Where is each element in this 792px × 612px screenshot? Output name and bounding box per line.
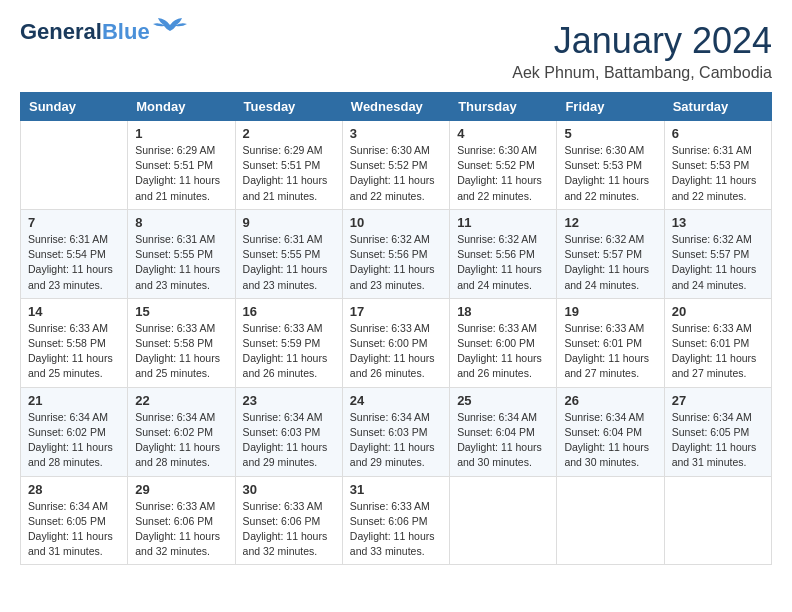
day-number: 5 — [564, 126, 656, 141]
logo-text: GeneralBlue — [20, 20, 150, 44]
day-number: 26 — [564, 393, 656, 408]
day-info: Sunrise: 6:32 AMSunset: 5:57 PMDaylight:… — [672, 232, 764, 293]
day-number: 11 — [457, 215, 549, 230]
calendar-cell: 16Sunrise: 6:33 AMSunset: 5:59 PMDayligh… — [235, 298, 342, 387]
day-number: 31 — [350, 482, 442, 497]
calendar-cell: 4Sunrise: 6:30 AMSunset: 5:52 PMDaylight… — [450, 121, 557, 210]
logo: GeneralBlue — [20, 20, 188, 44]
calendar-cell: 18Sunrise: 6:33 AMSunset: 6:00 PMDayligh… — [450, 298, 557, 387]
day-info: Sunrise: 6:34 AMSunset: 6:05 PMDaylight:… — [672, 410, 764, 471]
calendar-cell: 13Sunrise: 6:32 AMSunset: 5:57 PMDayligh… — [664, 209, 771, 298]
day-number: 8 — [135, 215, 227, 230]
day-info: Sunrise: 6:33 AMSunset: 6:01 PMDaylight:… — [672, 321, 764, 382]
weekday-header-row: SundayMondayTuesdayWednesdayThursdayFrid… — [21, 93, 772, 121]
day-number: 4 — [457, 126, 549, 141]
day-info: Sunrise: 6:32 AMSunset: 5:57 PMDaylight:… — [564, 232, 656, 293]
day-number: 10 — [350, 215, 442, 230]
day-info: Sunrise: 6:30 AMSunset: 5:52 PMDaylight:… — [457, 143, 549, 204]
day-number: 28 — [28, 482, 120, 497]
day-number: 23 — [243, 393, 335, 408]
day-number: 1 — [135, 126, 227, 141]
day-info: Sunrise: 6:34 AMSunset: 6:05 PMDaylight:… — [28, 499, 120, 560]
day-number: 27 — [672, 393, 764, 408]
day-number: 3 — [350, 126, 442, 141]
day-info: Sunrise: 6:33 AMSunset: 6:06 PMDaylight:… — [243, 499, 335, 560]
weekday-header-wednesday: Wednesday — [342, 93, 449, 121]
calendar-cell: 9Sunrise: 6:31 AMSunset: 5:55 PMDaylight… — [235, 209, 342, 298]
day-number: 20 — [672, 304, 764, 319]
calendar-cell: 26Sunrise: 6:34 AMSunset: 6:04 PMDayligh… — [557, 387, 664, 476]
calendar-cell: 10Sunrise: 6:32 AMSunset: 5:56 PMDayligh… — [342, 209, 449, 298]
calendar-week-row: 21Sunrise: 6:34 AMSunset: 6:02 PMDayligh… — [21, 387, 772, 476]
logo-bird-icon — [152, 17, 188, 39]
calendar-week-row: 14Sunrise: 6:33 AMSunset: 5:58 PMDayligh… — [21, 298, 772, 387]
calendar-cell: 15Sunrise: 6:33 AMSunset: 5:58 PMDayligh… — [128, 298, 235, 387]
day-number: 25 — [457, 393, 549, 408]
day-info: Sunrise: 6:33 AMSunset: 6:00 PMDaylight:… — [457, 321, 549, 382]
calendar-week-row: 7Sunrise: 6:31 AMSunset: 5:54 PMDaylight… — [21, 209, 772, 298]
day-info: Sunrise: 6:33 AMSunset: 5:59 PMDaylight:… — [243, 321, 335, 382]
calendar-cell: 20Sunrise: 6:33 AMSunset: 6:01 PMDayligh… — [664, 298, 771, 387]
weekday-header-saturday: Saturday — [664, 93, 771, 121]
calendar-cell: 11Sunrise: 6:32 AMSunset: 5:56 PMDayligh… — [450, 209, 557, 298]
day-info: Sunrise: 6:34 AMSunset: 6:03 PMDaylight:… — [243, 410, 335, 471]
day-number: 18 — [457, 304, 549, 319]
day-number: 22 — [135, 393, 227, 408]
day-info: Sunrise: 6:34 AMSunset: 6:04 PMDaylight:… — [564, 410, 656, 471]
day-info: Sunrise: 6:31 AMSunset: 5:54 PMDaylight:… — [28, 232, 120, 293]
calendar-cell: 3Sunrise: 6:30 AMSunset: 5:52 PMDaylight… — [342, 121, 449, 210]
weekday-header-thursday: Thursday — [450, 93, 557, 121]
day-number: 30 — [243, 482, 335, 497]
day-info: Sunrise: 6:31 AMSunset: 5:55 PMDaylight:… — [243, 232, 335, 293]
calendar-cell: 8Sunrise: 6:31 AMSunset: 5:55 PMDaylight… — [128, 209, 235, 298]
calendar-cell: 29Sunrise: 6:33 AMSunset: 6:06 PMDayligh… — [128, 476, 235, 565]
day-number: 6 — [672, 126, 764, 141]
calendar-cell: 23Sunrise: 6:34 AMSunset: 6:03 PMDayligh… — [235, 387, 342, 476]
calendar-cell — [21, 121, 128, 210]
day-info: Sunrise: 6:31 AMSunset: 5:53 PMDaylight:… — [672, 143, 764, 204]
day-info: Sunrise: 6:33 AMSunset: 6:01 PMDaylight:… — [564, 321, 656, 382]
calendar-cell: 27Sunrise: 6:34 AMSunset: 6:05 PMDayligh… — [664, 387, 771, 476]
calendar-cell: 2Sunrise: 6:29 AMSunset: 5:51 PMDaylight… — [235, 121, 342, 210]
calendar-cell: 12Sunrise: 6:32 AMSunset: 5:57 PMDayligh… — [557, 209, 664, 298]
day-number: 12 — [564, 215, 656, 230]
day-number: 24 — [350, 393, 442, 408]
day-number: 14 — [28, 304, 120, 319]
calendar-cell: 21Sunrise: 6:34 AMSunset: 6:02 PMDayligh… — [21, 387, 128, 476]
day-info: Sunrise: 6:33 AMSunset: 6:00 PMDaylight:… — [350, 321, 442, 382]
day-info: Sunrise: 6:34 AMSunset: 6:04 PMDaylight:… — [457, 410, 549, 471]
weekday-header-friday: Friday — [557, 93, 664, 121]
day-info: Sunrise: 6:30 AMSunset: 5:52 PMDaylight:… — [350, 143, 442, 204]
calendar-cell: 25Sunrise: 6:34 AMSunset: 6:04 PMDayligh… — [450, 387, 557, 476]
day-number: 15 — [135, 304, 227, 319]
weekday-header-monday: Monday — [128, 93, 235, 121]
calendar-cell: 7Sunrise: 6:31 AMSunset: 5:54 PMDaylight… — [21, 209, 128, 298]
day-number: 16 — [243, 304, 335, 319]
calendar-week-row: 1Sunrise: 6:29 AMSunset: 5:51 PMDaylight… — [21, 121, 772, 210]
day-number: 21 — [28, 393, 120, 408]
calendar-subtitle: Aek Phnum, Battambang, Cambodia — [512, 64, 772, 82]
day-info: Sunrise: 6:31 AMSunset: 5:55 PMDaylight:… — [135, 232, 227, 293]
calendar-title: January 2024 — [512, 20, 772, 62]
calendar-table: SundayMondayTuesdayWednesdayThursdayFrid… — [20, 92, 772, 565]
calendar-cell: 14Sunrise: 6:33 AMSunset: 5:58 PMDayligh… — [21, 298, 128, 387]
calendar-cell: 22Sunrise: 6:34 AMSunset: 6:02 PMDayligh… — [128, 387, 235, 476]
day-info: Sunrise: 6:29 AMSunset: 5:51 PMDaylight:… — [243, 143, 335, 204]
day-info: Sunrise: 6:33 AMSunset: 6:06 PMDaylight:… — [135, 499, 227, 560]
day-number: 29 — [135, 482, 227, 497]
calendar-cell: 30Sunrise: 6:33 AMSunset: 6:06 PMDayligh… — [235, 476, 342, 565]
day-info: Sunrise: 6:33 AMSunset: 5:58 PMDaylight:… — [135, 321, 227, 382]
day-info: Sunrise: 6:33 AMSunset: 6:06 PMDaylight:… — [350, 499, 442, 560]
day-info: Sunrise: 6:34 AMSunset: 6:02 PMDaylight:… — [135, 410, 227, 471]
calendar-cell: 17Sunrise: 6:33 AMSunset: 6:00 PMDayligh… — [342, 298, 449, 387]
day-number: 17 — [350, 304, 442, 319]
calendar-cell: 28Sunrise: 6:34 AMSunset: 6:05 PMDayligh… — [21, 476, 128, 565]
page-header: GeneralBlue January 2024 Aek Phnum, Batt… — [20, 20, 772, 82]
calendar-cell: 31Sunrise: 6:33 AMSunset: 6:06 PMDayligh… — [342, 476, 449, 565]
calendar-cell: 19Sunrise: 6:33 AMSunset: 6:01 PMDayligh… — [557, 298, 664, 387]
calendar-cell — [664, 476, 771, 565]
calendar-cell: 24Sunrise: 6:34 AMSunset: 6:03 PMDayligh… — [342, 387, 449, 476]
weekday-header-sunday: Sunday — [21, 93, 128, 121]
weekday-header-tuesday: Tuesday — [235, 93, 342, 121]
day-info: Sunrise: 6:34 AMSunset: 6:03 PMDaylight:… — [350, 410, 442, 471]
